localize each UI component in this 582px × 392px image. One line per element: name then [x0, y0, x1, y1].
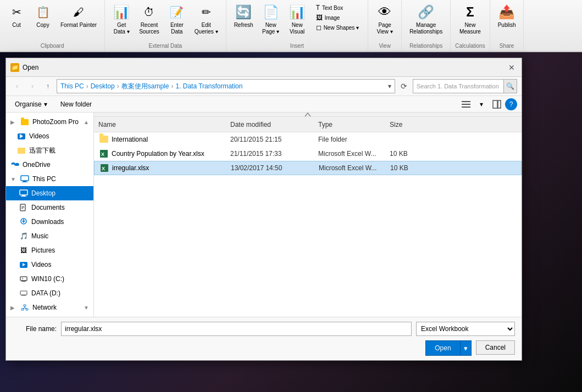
- view-group: 👁 PageView ▾ View: [368, 0, 402, 51]
- filename-label: File name:: [13, 325, 57, 333]
- network-icon: [20, 303, 29, 312]
- page-view-icon: 👁: [376, 3, 393, 21]
- col-header-date[interactable]: Date modified: [230, 121, 318, 128]
- col-header-type[interactable]: Type: [318, 121, 390, 128]
- dialog-buttons: Open ▾ Cancel: [13, 340, 515, 356]
- path-dropdown-arrow[interactable]: ▾: [388, 82, 391, 90]
- svg-line-26: [23, 308, 25, 309]
- get-data-button[interactable]: 📊 GetData ▾: [109, 2, 134, 36]
- file-row-country-population[interactable]: X Country Population by Year.xlsx 21/11/…: [94, 147, 522, 161]
- view-dropdown-button[interactable]: ▾: [474, 98, 489, 110]
- nav-item-pictures[interactable]: 🖼 Pictures: [6, 243, 93, 257]
- edit-queries-icon: ✏: [197, 3, 215, 21]
- svg-rect-2: [462, 107, 470, 108]
- view-details-button[interactable]: [459, 98, 473, 110]
- ribbon: ✂ Cut 📋 Copy 🖌 Format Painter Clipboard …: [0, 0, 582, 52]
- forward-button[interactable]: ›: [26, 80, 39, 93]
- open-button[interactable]: Open: [426, 341, 459, 355]
- nav-item-desktop[interactable]: Desktop: [6, 186, 93, 200]
- relationships-group: 🔗 ManageRelationships Relationships: [402, 0, 451, 51]
- edit-queries-button[interactable]: ✏ EditQueries ▾: [191, 2, 221, 36]
- svg-rect-24: [26, 309, 28, 310]
- filename-row: File name: Excel Workbook All Files CSV …: [13, 322, 515, 336]
- view-details-icon: [462, 100, 470, 109]
- col-header-name[interactable]: Name: [98, 121, 230, 128]
- nav-item-videos-top[interactable]: Videos: [6, 129, 93, 143]
- path-segment-sample[interactable]: 教案使用sample: [121, 82, 169, 91]
- new-measure-icon: Σ: [461, 3, 479, 21]
- nav-item-downloads[interactable]: Downloads: [6, 215, 93, 229]
- shapes-button[interactable]: ◻ New Shapes ▾: [314, 23, 361, 32]
- thispc-icon: [20, 175, 29, 183]
- path-segment-datatransform[interactable]: 1. Data Transformation: [175, 82, 242, 90]
- new-measure-button[interactable]: Σ NewMeasure: [456, 2, 484, 36]
- svg-rect-8: [20, 190, 27, 195]
- pictures-icon: 🖼: [19, 246, 28, 255]
- file-list-header: Name Date modified Type Size: [94, 117, 522, 132]
- dialog-close-button[interactable]: ✕: [506, 62, 517, 73]
- text-box-button[interactable]: T Text Box: [314, 3, 346, 12]
- address-bar: ‹ › ↑ This PC › Desktop › 教案使用sample › 1…: [6, 77, 522, 96]
- new-folder-button[interactable]: New folder: [56, 99, 96, 109]
- format-painter-button[interactable]: 🖌 Format Painter: [57, 2, 100, 30]
- back-button[interactable]: ‹: [10, 80, 24, 93]
- svg-text:X: X: [102, 166, 105, 171]
- svg-rect-3: [493, 100, 497, 108]
- recent-sources-button[interactable]: ⏱ RecentSources: [136, 2, 163, 36]
- manage-relationships-icon: 🔗: [417, 3, 435, 21]
- insert-group: 🔄 Refresh 📄 NewPage ▾ 📊 NewVisual T Text…: [226, 0, 369, 51]
- cancel-button[interactable]: Cancel: [476, 340, 515, 355]
- dialog-titlebar: 📁 Open ✕: [6, 58, 522, 77]
- col-header-size[interactable]: Size: [390, 121, 434, 128]
- enter-data-button[interactable]: 📝 EnterData: [165, 2, 189, 36]
- image-button[interactable]: 🖼 Image: [314, 13, 342, 22]
- organise-button[interactable]: Organise ▾: [10, 99, 52, 109]
- file-row-irregular[interactable]: X irregular.xlsx 13/02/2017 14:50 Micros…: [94, 161, 522, 175]
- help-button[interactable]: ?: [505, 98, 517, 110]
- nav-item-thispc[interactable]: ▼ This PC: [6, 172, 93, 186]
- address-refresh-button[interactable]: ⟳: [397, 80, 411, 93]
- open-dropdown-arrow: ▾: [464, 344, 468, 352]
- address-path[interactable]: This PC › Desktop › 教案使用sample › 1. Data…: [57, 79, 395, 93]
- organise-label: Organise: [15, 100, 42, 108]
- file-row-international[interactable]: International 20/11/2015 21:15 File fold…: [94, 132, 522, 147]
- search-input[interactable]: [413, 80, 503, 93]
- enter-data-icon: 📝: [168, 3, 186, 21]
- svg-rect-18: [21, 281, 26, 282]
- nav-item-videos-pc[interactable]: Videos: [6, 257, 93, 272]
- excel-icon-irregular: X: [99, 163, 110, 173]
- filename-input[interactable]: [61, 322, 412, 336]
- path-segment-thispc[interactable]: This PC: [60, 82, 84, 90]
- page-view-button[interactable]: 👁 PageView ▾: [373, 2, 397, 36]
- search-button[interactable]: 🔍: [503, 80, 517, 93]
- new-visual-button[interactable]: 📊 NewVisual: [285, 2, 309, 36]
- file-list: Name Date modified Type Size: [94, 113, 522, 317]
- nav-item-documents[interactable]: Documents: [6, 200, 93, 215]
- up-button[interactable]: ↑: [41, 80, 54, 93]
- svg-rect-21: [21, 295, 26, 296]
- nav-item-onedrive[interactable]: OneDrive: [6, 158, 93, 172]
- copy-button[interactable]: 📋 Copy: [31, 2, 55, 30]
- documents-icon: [19, 203, 28, 212]
- nav-item-datad[interactable]: DATA (D:): [6, 286, 93, 300]
- dialog-overlay: 📁 Open ✕ ‹ › ↑ This PC › Desktop › 教案使用s…: [0, 52, 582, 392]
- manage-relationships-button[interactable]: 🔗 ManageRelationships: [406, 2, 446, 36]
- nav-item-photozoom[interactable]: ▶ PhotoZoom Pro ▲: [6, 115, 93, 129]
- publish-button[interactable]: 📤 Publish: [495, 2, 519, 30]
- xunlei-icon: [17, 146, 26, 155]
- filetype-select[interactable]: Excel Workbook All Files CSV Files XML F…: [416, 322, 515, 336]
- preview-pane-button[interactable]: [490, 98, 504, 110]
- music-icon: 🎵: [19, 232, 28, 240]
- new-page-button[interactable]: 📄 NewPage ▾: [259, 2, 283, 36]
- open-dropdown-button[interactable]: ▾: [460, 341, 471, 355]
- nav-item-win10[interactable]: WIN10 (C:): [6, 272, 93, 286]
- nav-item-xunlei[interactable]: 迅雷下載: [6, 143, 93, 158]
- open-dialog: 📁 Open ✕ ‹ › ↑ This PC › Desktop › 教案使用s…: [5, 58, 522, 361]
- path-segment-desktop[interactable]: Desktop: [91, 82, 115, 90]
- refresh-button[interactable]: 🔄 Refresh: [231, 2, 257, 30]
- nav-item-network[interactable]: ▶ Network ▼: [6, 300, 93, 315]
- share-group: 📤 Publish Share: [490, 0, 524, 51]
- cut-button[interactable]: ✂ Cut: [4, 2, 29, 30]
- calculations-group: Σ NewMeasure Calculations: [451, 0, 490, 51]
- nav-item-music[interactable]: 🎵 Music: [6, 229, 93, 243]
